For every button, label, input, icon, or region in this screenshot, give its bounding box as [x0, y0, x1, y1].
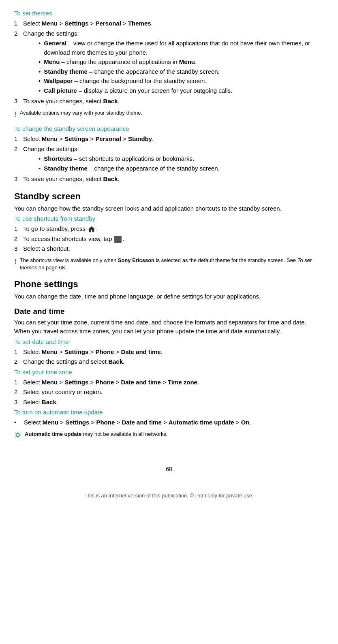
list-item: 2 Change the settings and select Back. [14, 357, 324, 367]
list-item: 3 To save your changes, select Back. [14, 97, 324, 106]
list-item: 1 Select Menu > Settings > Personal > Th… [14, 19, 324, 28]
lightbulb-icon [14, 431, 21, 439]
section-standby-screen: Standby screen You can change how the st… [14, 191, 324, 272]
bullet-item: Shortcuts – set shortcuts to application… [39, 154, 220, 164]
bullet-item: Standby theme – change the appearance of… [39, 67, 324, 77]
heading-use-shortcuts: To use shortcuts from standby [14, 215, 324, 222]
list-item: 1 To go to standby, press . [14, 224, 324, 234]
date-time-description: You can set your time zone, current time… [14, 318, 324, 336]
section-change-standby: To change the standby screen appearance … [14, 125, 324, 184]
list-auto-time: • Select Menu > Settings > Phone > Date … [14, 418, 324, 427]
heading-set-time-zone: To set your time zone [14, 369, 324, 375]
note-themes: ! Available options may vary with your s… [14, 109, 324, 120]
heading-phone-settings: Phone settings [14, 279, 324, 290]
tip-text: Automatic time update may not be availab… [25, 431, 168, 438]
svg-point-1 [16, 433, 19, 437]
exclamation-icon: ! [14, 257, 17, 267]
section-set-themes: To set themes 1 Select Menu > Settings >… [14, 10, 324, 119]
list-item: 2 Change the settings: Shortcuts – set s… [14, 145, 324, 174]
list-item: 2 Select your country or region. [14, 388, 324, 397]
list-item: • Select Menu > Settings > Phone > Date … [14, 418, 324, 427]
bullet-item: General – view or change the theme used … [39, 39, 324, 57]
bullet-item: Call picture – display a picture on your… [39, 86, 324, 96]
shortcuts-icon [114, 236, 122, 243]
list-item: 3 Select a shortcut. [14, 244, 324, 254]
list-shortcuts: 1 To go to standby, press . 2 To access … [14, 224, 324, 254]
heading-date-time: Date and time [14, 307, 324, 316]
list-item: 3 Select Back. [14, 398, 324, 407]
svg-line-6 [15, 433, 16, 433]
heading-set-themes: To set themes [14, 10, 324, 17]
heading-standby-screen: Standby screen [14, 191, 324, 202]
tip-icon [14, 431, 21, 441]
heading-set-date-time: To set date and time [14, 338, 324, 345]
list-item: 1 Select Menu > Settings > Personal > St… [14, 134, 324, 144]
exclamation-icon: ! [14, 110, 17, 120]
svg-line-9 [15, 437, 16, 437]
note-text: Available options may vary with your sta… [20, 109, 143, 117]
heading-change-standby: To change the standby screen appearance [14, 125, 324, 132]
bullet-item: Standby theme – change the appearance of… [39, 164, 220, 173]
list-item: 2 To access the shortcuts view, tap . [14, 235, 324, 244]
list-item: 1 Select Menu > Settings > Phone > Date … [14, 378, 324, 387]
list-item: 2 Change the settings: General – view or… [14, 29, 324, 96]
svg-marker-0 [88, 226, 95, 232]
phone-settings-description: You can change the date, time and phone … [14, 292, 324, 301]
list-change-standby: 1 Select Menu > Settings > Personal > St… [14, 134, 324, 184]
house-icon [88, 226, 95, 233]
note-text-shortcuts: The shortcuts view is available only whe… [20, 257, 324, 272]
note-shortcuts: ! The shortcuts view is available only w… [14, 257, 324, 272]
standby-description: You can change how the standby screen lo… [14, 204, 324, 213]
bullet-item: Wallpaper – change the background for th… [39, 77, 324, 86]
list-set-time-zone: 1 Select Menu > Settings > Phone > Date … [14, 378, 324, 407]
svg-line-7 [20, 437, 20, 437]
section-phone-settings: Phone settings You can change the date, … [14, 279, 324, 441]
svg-line-8 [20, 433, 20, 433]
list-item: 1 Select Menu > Settings > Phone > Date … [14, 348, 324, 357]
bullet-item: Menu – change the appearance of applicat… [39, 58, 324, 67]
list-item: 3 To save your changes, select Back. [14, 175, 324, 184]
page-number: 68 [14, 466, 324, 472]
tip-auto-time: Automatic time update may not be availab… [14, 431, 324, 441]
page-footer: 68 This is an Internet version of this p… [14, 466, 324, 499]
heading-auto-time: To turn on automatic time update [14, 409, 324, 416]
page-content: To set themes 1 Select Menu > Settings >… [14, 10, 324, 499]
copyright-text: This is an Internet version of this publ… [14, 488, 324, 499]
list-set-themes: 1 Select Menu > Settings > Personal > Th… [14, 19, 324, 106]
list-set-date-time: 1 Select Menu > Settings > Phone > Date … [14, 348, 324, 367]
